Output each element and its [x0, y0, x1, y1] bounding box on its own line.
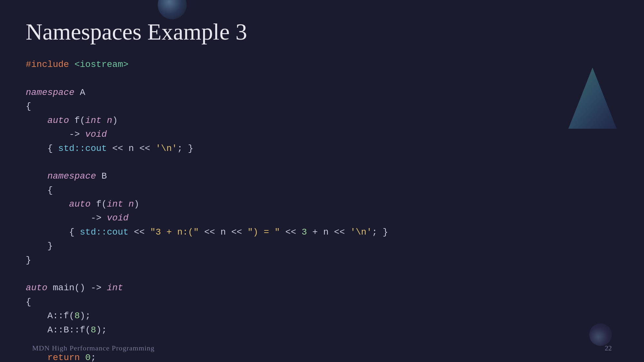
code-line-4: { — [26, 99, 618, 113]
code-block: #include <iostream> namespace A { auto f… — [26, 58, 618, 362]
code-line-5: auto f(int n) — [26, 114, 618, 127]
slide: Namespaces Example 3 #include <iostream>… — [0, 0, 644, 362]
code-line-17: auto main() -> int — [26, 281, 618, 295]
code-line-22: return 0; — [26, 351, 618, 362]
code-line-19: A::f(8); — [26, 309, 618, 323]
footer: MDN High Performance Programming 22 — [0, 344, 644, 352]
code-line-20: A::B::f(8); — [26, 323, 618, 337]
deco-bottom-orb — [589, 323, 612, 346]
code-line-11: auto f(int n) — [26, 197, 618, 211]
footer-title: MDN High Performance Programming — [32, 344, 154, 352]
slide-title: Namespaces Example 3 — [26, 19, 618, 45]
code-line-3: namespace A — [26, 86, 618, 99]
code-line-9: namespace B — [26, 169, 618, 183]
code-line-blank1 — [26, 72, 618, 86]
code-line-7: { std::cout << n << '\n'; } — [26, 142, 618, 155]
code-line-12: -> void — [26, 211, 618, 225]
code-line-15: } — [26, 253, 618, 267]
svg-marker-0 — [568, 68, 617, 129]
deco-right-triangle — [567, 64, 618, 129]
code-line-14: } — [26, 239, 618, 253]
code-line-13: { std::cout << "3 + n:(" << n << ") = " … — [26, 225, 618, 239]
code-line-18: { — [26, 295, 618, 309]
code-line-10: { — [26, 183, 618, 197]
footer-page-number: 22 — [605, 344, 612, 352]
deco-top-orb — [158, 0, 187, 19]
code-line-blank2 — [26, 155, 618, 169]
code-line-1: #include <iostream> — [26, 58, 618, 71]
code-line-6: -> void — [26, 127, 618, 141]
code-line-blank3 — [26, 267, 618, 281]
